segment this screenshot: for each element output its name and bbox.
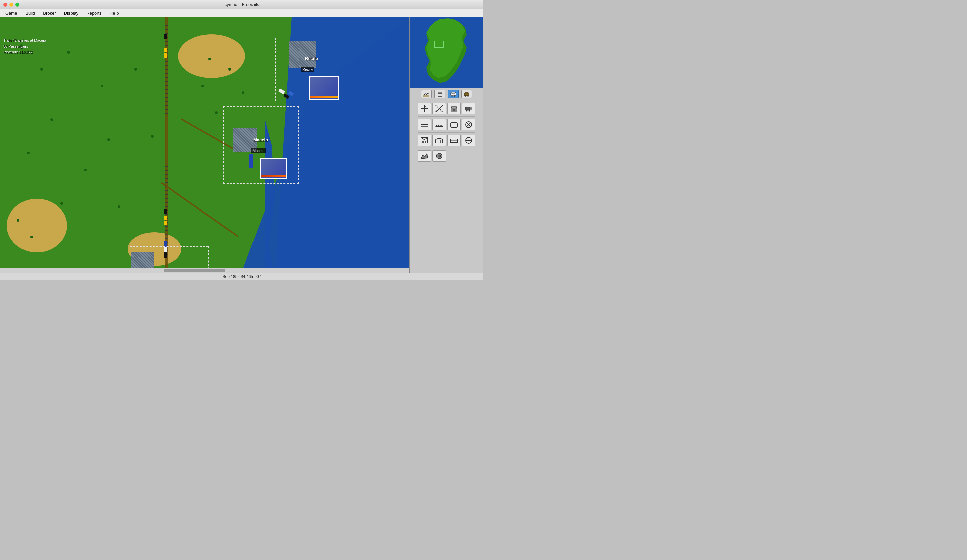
menu-reports[interactable]: Reports	[83, 10, 105, 16]
tree-2	[40, 68, 43, 71]
tree-5	[50, 118, 53, 121]
title-bar: cymric – Freerails	[0, 0, 484, 10]
svg-rect-24	[453, 109, 454, 112]
view-btn-population[interactable]	[434, 90, 445, 98]
tree-18	[107, 138, 110, 141]
svg-marker-51	[421, 153, 428, 159]
svg-rect-43	[425, 141, 426, 143]
tree-10	[117, 206, 120, 208]
menu-bar: Game Build Broker Display Reports Help	[0, 10, 484, 18]
tree-19	[30, 236, 33, 238]
svg-point-15	[467, 96, 469, 97]
tool-separator-2	[417, 132, 475, 133]
tree-3	[67, 51, 70, 54]
tree-9	[151, 135, 154, 138]
svg-point-11	[454, 96, 455, 97]
city-recife-name: Recife	[305, 56, 318, 61]
svg-rect-27	[469, 108, 472, 109]
station-popup-maceio[interactable]	[260, 158, 287, 179]
game-area[interactable]: Recife Recife Maceio Maceio Salvador ⚓	[0, 18, 410, 273]
minimap-svg	[410, 18, 484, 87]
window-controls[interactable]	[3, 3, 20, 7]
tool-wrench[interactable]	[432, 150, 446, 162]
tree-7	[84, 168, 87, 171]
menu-broker[interactable]: Broker	[40, 10, 59, 16]
train-piece-7	[164, 241, 167, 247]
menu-build[interactable]: Build	[22, 10, 38, 16]
mini-map[interactable]	[410, 18, 484, 88]
tree-12	[17, 219, 20, 222]
tool-bulldoze[interactable]	[417, 150, 431, 162]
close-button[interactable]	[3, 3, 7, 7]
sandy-1	[178, 34, 245, 78]
tool-circle-x[interactable]	[462, 135, 475, 146]
view-btn-terrain[interactable]	[421, 90, 432, 98]
scrollbar-thumb[interactable]	[164, 268, 225, 272]
svg-point-29	[469, 110, 470, 112]
tool-track-diag1[interactable]	[432, 103, 446, 114]
train-piece-5	[164, 216, 167, 220]
tool-arch-bridge[interactable]	[432, 135, 446, 146]
tree-8	[134, 68, 137, 71]
train-piece-9	[164, 252, 167, 258]
train-piece-3	[164, 53, 167, 58]
view-btn-passengers[interactable]	[448, 90, 459, 98]
svg-rect-42	[422, 141, 424, 143]
svg-point-53	[438, 155, 441, 158]
menu-display[interactable]: Display	[61, 10, 82, 16]
tool-track-straight[interactable]	[417, 103, 431, 114]
tree-15	[228, 68, 231, 71]
mini-map-content	[410, 18, 484, 87]
train-piece-6	[164, 221, 167, 225]
notification-line3: Revenue $16,872	[3, 49, 46, 55]
minimize-button[interactable]	[9, 3, 13, 7]
tree-14	[201, 85, 204, 87]
svg-point-7	[440, 92, 442, 94]
window-title: cymric – Freerails	[224, 2, 259, 7]
maximize-button[interactable]	[15, 3, 20, 7]
train-blue-maceio	[249, 155, 253, 168]
status-text: Sep 1852 $4,465,907	[223, 274, 261, 279]
svg-rect-5	[423, 96, 429, 97]
tool-separator-3	[417, 148, 475, 148]
svg-rect-9	[451, 92, 455, 93]
menu-help[interactable]: Help	[106, 10, 122, 16]
city-maceio-label: Maceio	[251, 148, 266, 153]
svg-point-28	[466, 110, 468, 112]
train-piece-4	[164, 209, 167, 214]
view-btn-freight[interactable]	[461, 90, 472, 98]
main-layout: Recife Recife Maceio Maceio Salvador ⚓	[0, 18, 484, 273]
svg-point-6	[438, 92, 440, 94]
tool-station[interactable]	[447, 103, 460, 114]
right-panel	[410, 18, 484, 273]
svg-rect-25	[454, 109, 455, 112]
tool-grid	[410, 100, 484, 165]
tree-11	[61, 202, 63, 205]
city-maceio-name: Maceio	[253, 137, 268, 142]
tool-train[interactable]	[462, 103, 475, 114]
horizontal-scrollbar[interactable]	[0, 268, 409, 273]
tool-track-cross2[interactable]	[417, 119, 431, 130]
tree-1	[20, 44, 23, 47]
tool-separator-1	[417, 117, 475, 117]
train-notification: Train #2 arrives at Maceio 80 Passengers…	[3, 38, 46, 55]
svg-rect-23	[452, 106, 456, 108]
tool-bridge[interactable]	[432, 119, 446, 130]
tool-depot[interactable]	[417, 135, 431, 146]
tool-tunnel[interactable]	[447, 119, 460, 130]
tool-flat[interactable]	[447, 135, 460, 146]
menu-game[interactable]: Game	[2, 10, 20, 16]
svg-rect-13	[465, 92, 469, 94]
view-mode-bar	[410, 88, 484, 100]
map-canvas[interactable]: Recife Recife Maceio Maceio Salvador ⚓	[0, 18, 409, 273]
notification-line1: Train #2 arrives at Maceio	[3, 38, 46, 44]
city-recife-label: Recife	[301, 67, 314, 72]
sandy-2	[7, 199, 67, 252]
tree-16	[242, 91, 244, 94]
station-popup-recife[interactable]	[309, 76, 339, 100]
city-recife-blocks	[289, 41, 315, 68]
svg-point-10	[451, 96, 453, 97]
tool-signal[interactable]	[462, 119, 475, 130]
notification-line2: 80 Passengers	[3, 44, 46, 50]
svg-rect-34	[450, 122, 457, 127]
